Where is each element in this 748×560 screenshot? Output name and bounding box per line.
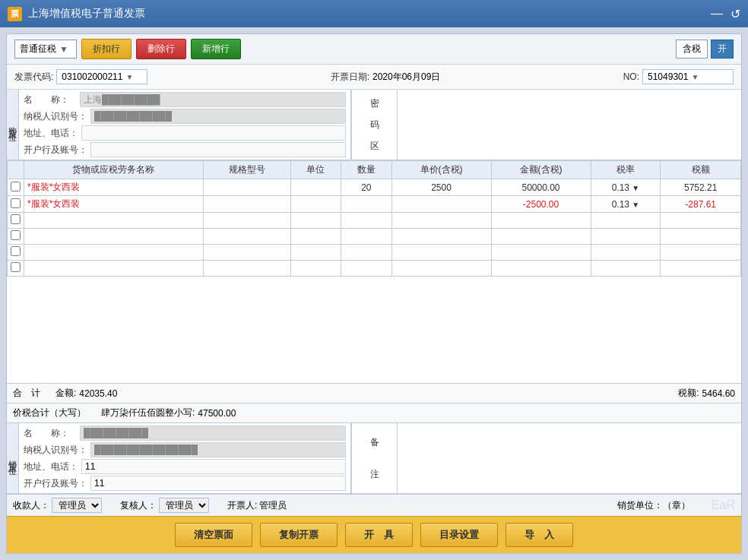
buyer-fields: 名 称： 纳税人识别号： 地址、电话： 开户行及账号：	[19, 90, 350, 160]
buyer-name-input[interactable]	[80, 92, 346, 107]
row-unit-1	[290, 196, 341, 213]
delete-row-button[interactable]: 删除行	[136, 39, 186, 59]
empty-checkbox-1[interactable]	[11, 214, 21, 224]
action-buttons: 清空票面 复制开票 开 具 目录设置 导 入	[7, 516, 741, 553]
buyer-address-label: 地址、电话：	[24, 127, 78, 140]
row-taxamount-0: 5752.21	[661, 179, 741, 196]
seal-mi: 密	[370, 97, 379, 110]
empty-spec-1	[203, 213, 290, 229]
seller-bank-row: 开户行及账号：	[24, 476, 346, 491]
empty-checkbox-2[interactable]	[11, 230, 21, 240]
buyer-taxid-input[interactable]	[90, 109, 346, 124]
issue-button[interactable]: 开 具	[345, 523, 413, 547]
empty-qty-1	[341, 213, 391, 229]
buyer-area: 购货单位 名 称： 纳税人识别号： 地址、电话： 开	[7, 90, 741, 160]
restore-button[interactable]: ↺	[731, 7, 740, 21]
row-amount-0: 50000.00	[491, 179, 591, 196]
invoice-code-label: 发票代码:	[14, 71, 53, 84]
row-name-1: *服装*女西装	[24, 196, 204, 213]
seller-bank-input[interactable]	[90, 476, 346, 491]
clear-button[interactable]: 清空票面	[175, 523, 252, 547]
buyer-address-input[interactable]	[81, 125, 346, 141]
empty-unit-1	[290, 213, 341, 229]
catalog-button[interactable]: 目录设置	[420, 523, 498, 547]
minimize-button[interactable]: —	[711, 7, 723, 21]
row-checkbox-1[interactable]	[11, 198, 21, 208]
invoice-date-field: 开票日期: 2020年06月09日	[331, 71, 441, 84]
row-taxamount-1: -287.61	[661, 196, 741, 213]
row-unit-0	[290, 179, 341, 196]
row-price-0: 2500	[391, 179, 491, 196]
tax-toggle-button[interactable]: 开	[711, 40, 734, 59]
payee-field: 收款人： 管理员	[13, 498, 102, 513]
copy-button[interactable]: 复制开票	[260, 523, 338, 547]
discount-row-button[interactable]: 折扣行	[81, 39, 132, 59]
invoice-no-field: NO: 51049301 ▼	[623, 69, 734, 84]
seal-ma: 码	[370, 119, 379, 131]
row-spec-0	[203, 179, 290, 196]
summary-small-value: 47500.00	[198, 408, 236, 419]
selling-unit-label: 销货单位：（章）	[617, 499, 690, 512]
window-controls[interactable]: — ↺	[711, 7, 740, 21]
seller-address-label: 地址、电话：	[24, 460, 78, 473]
seller-address-input[interactable]	[81, 459, 346, 474]
empty-row-4	[8, 261, 741, 277]
row-qty-1	[341, 196, 391, 213]
seller-name-label: 名 称：	[24, 427, 77, 440]
payee-select[interactable]: 管理员	[52, 498, 102, 513]
issuer-value: 管理员	[259, 499, 287, 512]
row-checkbox-0[interactable]	[11, 182, 21, 191]
totals-tax-label: 税额:	[678, 387, 699, 400]
invoice-code-value[interactable]: 031002000211 ▼	[56, 69, 147, 84]
buyer-bank-label: 开户行及账号：	[24, 144, 87, 157]
tax-type-label: 普通征税	[20, 43, 56, 55]
invoice-header: 发票代码: 031002000211 ▼ 开票日期: 2020年06月09日 N…	[7, 65, 741, 90]
payee-label: 收款人：	[13, 499, 49, 512]
bottom-toolbar: 收款人： 管理员 复核人： 管理员 开票人: 管理员 销货单位：（章） EaR	[7, 494, 741, 516]
import-button[interactable]: 导 入	[506, 523, 573, 547]
buyer-col: 购货单位 名 称： 纳税人识别号： 地址、电话： 开	[7, 90, 351, 160]
col-taxamount: 税额	[661, 161, 741, 179]
seal-content-area	[397, 90, 741, 160]
app-title: 上海增值税电子普通发票	[28, 7, 145, 21]
row-spec-1	[203, 196, 290, 213]
code-dropdown-arrow[interactable]: ▼	[125, 73, 133, 81]
empty-amount-1	[491, 213, 591, 229]
reviewer-label: 复核人：	[120, 499, 157, 512]
seller-label: 销货单位	[7, 423, 19, 493]
empty-name-1	[24, 213, 204, 229]
col-unit: 单位	[290, 161, 341, 179]
empty-checkbox-4[interactable]	[11, 262, 21, 272]
remark-label-section: 备 注	[351, 423, 397, 493]
buyer-taxid-row: 纳税人识别号：	[24, 109, 346, 124]
empty-checkbox-3[interactable]	[11, 246, 21, 256]
seller-name-input[interactable]	[80, 426, 346, 441]
totals-label: 合 计	[13, 387, 40, 400]
no-dropdown-arrow[interactable]: ▼	[691, 73, 699, 81]
invoice-no-value[interactable]: 51049301 ▼	[642, 69, 734, 84]
col-price: 单价(含税)	[391, 161, 491, 179]
buyer-name-row: 名 称：	[24, 92, 346, 107]
empty-taxamount-1	[661, 213, 741, 229]
col-taxrate: 税率	[591, 161, 661, 179]
row-name-0: *服装*女西装	[24, 179, 204, 196]
buyer-bank-input[interactable]	[90, 142, 346, 157]
col-spec: 规格型号	[203, 161, 290, 179]
col-name: 货物或应税劳务名称	[24, 161, 204, 179]
invoice-date-label: 开票日期:	[331, 71, 369, 84]
tax-type-select[interactable]: 普通征税 ▼	[14, 40, 77, 59]
row-taxrate-0: 0.13 ▼	[591, 179, 661, 196]
reviewer-field: 复核人： 管理员	[120, 498, 209, 513]
empty-row-2	[8, 229, 741, 245]
buyer-label: 购货单位	[7, 90, 19, 160]
reviewer-select[interactable]: 管理员	[159, 498, 209, 513]
remark-content-area	[397, 423, 741, 493]
toolbar: 普通征税 ▼ 折扣行 删除行 新增行 含税 开	[7, 34, 741, 65]
empty-row-1	[8, 213, 741, 229]
seller-taxid-input[interactable]	[90, 442, 346, 457]
summary-chinese-amount: 肆万柒仟伍佰圆整	[101, 407, 174, 419]
add-row-button[interactable]: 新增行	[191, 39, 241, 59]
row-amount-1: -2500.00	[491, 196, 591, 213]
table-row: *服装*女西装 20 2500 50000.00 0.13 ▼ 5752.21	[8, 179, 741, 196]
items-table: 货物或应税劳务名称 规格型号 单位 数量 单价(含税) 金额(含税) 税率 税额…	[7, 160, 741, 277]
